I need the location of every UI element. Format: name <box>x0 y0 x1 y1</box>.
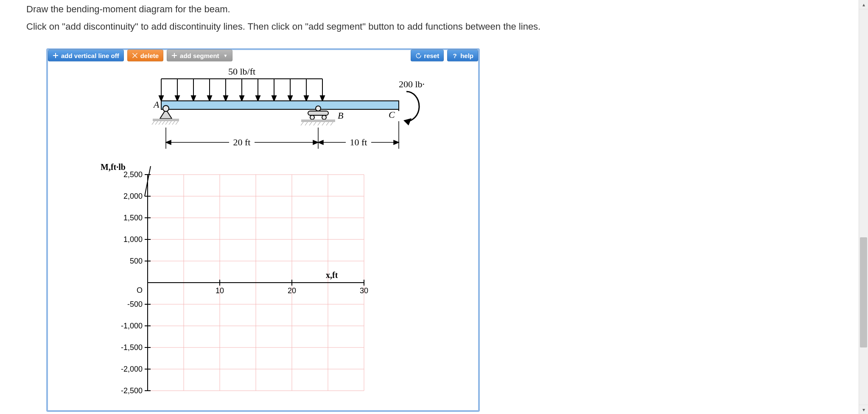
y-tick-label: 1,000 <box>114 235 143 244</box>
close-icon <box>132 53 138 58</box>
svg-line-40 <box>301 122 303 125</box>
point-c: C <box>389 109 395 120</box>
reset-icon <box>415 53 421 58</box>
svg-point-38 <box>322 115 326 119</box>
svg-marker-4 <box>175 96 179 101</box>
svg-rect-39 <box>301 119 335 122</box>
svg-rect-36 <box>308 111 328 115</box>
load-label: 50 lb/ft <box>228 66 255 77</box>
svg-point-37 <box>310 115 314 119</box>
svg-line-41 <box>305 122 308 125</box>
moment-label: 200 lb·ft <box>399 79 424 89</box>
svg-line-33 <box>172 121 175 125</box>
y-tick-label: 2,500 <box>114 170 143 179</box>
diagram-editor: add vertical line off delete add segment <box>46 48 480 412</box>
svg-rect-23 <box>161 101 399 109</box>
y-tick-label: -500 <box>114 300 143 309</box>
point-a: A <box>153 99 160 110</box>
help-label: help <box>460 52 473 59</box>
y-tick-label: 500 <box>114 257 143 266</box>
scroll-thumb[interactable] <box>860 237 867 347</box>
svg-line-44 <box>318 122 320 125</box>
add-segment-label: add segment <box>180 52 219 59</box>
svg-line-31 <box>165 121 168 125</box>
svg-point-25 <box>163 106 169 111</box>
svg-line-47 <box>330 122 333 125</box>
svg-marker-16 <box>272 96 276 101</box>
y-tick-origin: O <box>124 286 143 295</box>
svg-line-42 <box>309 122 312 125</box>
x-tick-label: 20 <box>286 286 298 295</box>
svg-marker-8 <box>207 96 212 101</box>
span-2: 10 ft <box>350 137 367 147</box>
y-tick-label: -2,500 <box>114 386 143 395</box>
svg-marker-6 <box>191 96 196 101</box>
svg-marker-12 <box>240 96 244 101</box>
vertical-scrollbar[interactable]: ▴ ▾ <box>859 0 868 414</box>
beam-diagram: 50 lb/ft <box>119 66 424 164</box>
moment-chart[interactable]: x,ft 2,500 2,000 1,500 1,000 500 O -500 … <box>101 166 428 403</box>
x-tick-label: 10 <box>213 286 226 295</box>
add-segment-button[interactable]: add segment ▼ <box>167 50 232 61</box>
svg-marker-20 <box>304 96 308 101</box>
svg-line-43 <box>314 122 316 125</box>
scroll-down-icon[interactable]: ▾ <box>859 405 868 414</box>
canvas-area[interactable]: 50 lb/ft <box>48 63 478 410</box>
point-b: B <box>338 110 343 121</box>
y-tick-label: -1,000 <box>114 322 143 331</box>
add-vertical-label: add vertical line off <box>61 52 119 59</box>
x-tick-label: 30 <box>358 286 370 295</box>
svg-line-34 <box>176 121 178 125</box>
add-vertical-button[interactable]: add vertical line off <box>48 50 124 61</box>
reset-button[interactable]: reset <box>411 50 444 61</box>
svg-line-27 <box>152 121 154 125</box>
plus-icon <box>171 53 177 58</box>
reset-label: reset <box>424 52 439 59</box>
svg-line-30 <box>162 121 165 125</box>
help-button[interactable]: ? help <box>447 50 478 61</box>
chevron-down-icon: ▼ <box>224 53 228 58</box>
instruction-line-2: Click on "add discontinuity" to add disc… <box>26 19 859 34</box>
y-tick-label: 1,500 <box>114 214 143 222</box>
svg-point-35 <box>316 106 321 111</box>
svg-marker-14 <box>256 96 260 101</box>
delete-label: delete <box>140 52 159 59</box>
editor-toolbar: add vertical line off delete add segment <box>46 48 480 63</box>
svg-marker-57 <box>318 140 323 144</box>
svg-marker-2 <box>159 96 163 101</box>
svg-line-28 <box>155 121 158 125</box>
svg-line-45 <box>322 122 325 125</box>
svg-marker-10 <box>224 96 228 101</box>
svg-marker-49 <box>403 118 412 125</box>
svg-rect-26 <box>153 119 179 121</box>
plus-icon <box>53 53 59 58</box>
svg-line-29 <box>159 121 161 125</box>
scroll-up-icon[interactable]: ▴ <box>859 0 868 9</box>
svg-marker-18 <box>288 96 292 101</box>
svg-line-46 <box>326 122 329 125</box>
svg-line-32 <box>169 121 171 125</box>
question-icon: ? <box>452 53 458 58</box>
delete-button[interactable]: delete <box>127 50 163 61</box>
instruction-line-1: Draw the bending-moment diagram for the … <box>26 2 859 17</box>
span-1: 20 ft <box>233 137 251 147</box>
y-tick-label: -2,000 <box>114 365 143 374</box>
svg-marker-58 <box>394 140 399 144</box>
x-axis-title: x,ft <box>326 270 338 280</box>
svg-marker-22 <box>320 96 325 101</box>
svg-marker-54 <box>166 140 171 144</box>
y-tick-label: -1,500 <box>114 343 143 352</box>
y-tick-label: 2,000 <box>114 192 143 201</box>
